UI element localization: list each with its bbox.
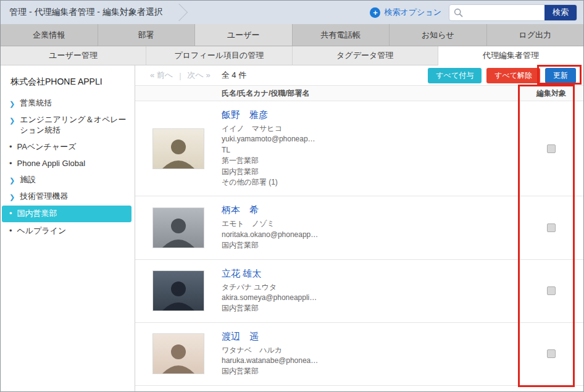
search-box: 検索 <box>449 4 577 21</box>
grant-all-button[interactable]: すべて付与 <box>428 68 482 83</box>
total-count: 全 4 件 <box>222 70 246 81</box>
sidebar-item-sales-division[interactable]: ❯ 営業統括 <box>1 95 135 112</box>
sidebar-item-facilities[interactable]: ❯ 施設 <box>1 172 135 188</box>
edit-target-checkbox[interactable] <box>547 223 556 232</box>
user-email: akira.someya@phoneappli… <box>222 293 519 303</box>
bullet-icon: • <box>9 209 12 219</box>
table-row: 飯野 雅彦 イイノ マサヒコ yuki.yamamoto@phoneap… TL… <box>135 101 583 196</box>
plus-icon: + <box>370 7 380 18</box>
department-sidebar: 株式会社PHONE APPLI ❯ 営業統括 ❯ エンジニアリング＆オペレーショ… <box>1 65 135 391</box>
sidebar-item-pa-ventures[interactable]: • PAベンチャーズ <box>1 139 135 156</box>
user-department: 国内営業部 <box>222 366 519 377</box>
bullet-icon: • <box>9 159 12 169</box>
toolbar: « 前へ | 次へ » 全 4 件 すべて付与 すべて解除 更新 <box>135 65 583 85</box>
chevron-right-icon: ❯ <box>9 116 15 125</box>
user-kana: タチバナ ユウタ <box>222 282 519 293</box>
edit-target-checkbox[interactable] <box>547 144 556 153</box>
sidebar-item-label: 施設 <box>20 175 36 185</box>
person-silhouette-icon <box>157 340 200 373</box>
search-options-label: 検索オプション <box>384 7 441 18</box>
sidebar-item-label: PAベンチャーズ <box>17 142 77 152</box>
user-kana: エモト ノゾミ <box>222 219 519 229</box>
sidebar-item-label: エンジニアリング＆オペレーション統括 <box>20 115 128 136</box>
sidebar-item-label: ヘルプライン <box>17 226 67 236</box>
search-options-link[interactable]: + 検索オプション <box>370 7 441 18</box>
bullet-icon: • <box>9 226 12 236</box>
user-name-link[interactable]: 飯野 雅彦 <box>222 109 268 121</box>
user-department: その他の部署 (1) <box>222 177 519 188</box>
revoke-all-button[interactable]: すべて解除 <box>486 68 540 83</box>
search-area: + 検索オプション 検索 <box>370 4 577 21</box>
sidebar-item-engineering-division[interactable]: ❯ エンジニアリング＆オペレーション統括 <box>1 112 135 139</box>
user-department: 国内営業部 <box>222 240 519 251</box>
update-button[interactable]: 更新 <box>545 68 576 83</box>
sidebar-item-tech-equipment[interactable]: ❯ 技術管理機器 <box>1 188 135 205</box>
search-input[interactable] <box>463 8 544 17</box>
user-email: yuki.yamamoto@phoneap… <box>222 134 519 144</box>
user-name-link[interactable]: 立花 雄太 <box>222 268 261 280</box>
tab-shared-phonebook[interactable]: 共有電話帳 <box>293 24 390 46</box>
main-tab-bar: 企業情報 部署 ユーザー 共有電話帳 お知らせ ログ出力 <box>1 24 583 46</box>
breadcrumb: 管理 - 代理編集者管理 - 編集対象者選択 <box>1 1 185 24</box>
edit-target-checkbox[interactable] <box>547 349 556 358</box>
person-silhouette-icon <box>157 135 200 169</box>
edit-target-checkbox[interactable] <box>547 286 556 295</box>
breadcrumb-arrow-icon <box>170 4 188 21</box>
subtab-user-management[interactable]: ユーザー管理 <box>1 46 146 65</box>
admin-page: 管理 - 代理編集者管理 - 編集対象者選択 + 検索オプション 検索 企業情報… <box>0 0 584 392</box>
user-name-link[interactable]: 柄本 希 <box>222 204 259 216</box>
user-photo <box>152 333 204 374</box>
user-name-link[interactable]: 渡辺 遥 <box>222 331 259 343</box>
prev-page-link[interactable]: « 前へ <box>150 70 173 81</box>
body-area: 株式会社PHONE APPLI ❯ 営業統括 ❯ エンジニアリング＆オペレーショ… <box>1 65 583 391</box>
sidebar-item-label: 技術管理機器 <box>20 191 68 202</box>
user-kana: ワタナベ ハルカ <box>222 345 519 356</box>
chevron-right-icon: ❯ <box>9 193 15 201</box>
table-row: 渡辺 遥 ワタナベ ハルカ haruka.watanabe@phonea… 国内… <box>135 323 583 386</box>
tab-department[interactable]: 部署 <box>98 24 196 46</box>
sidebar-item-helpline[interactable]: • ヘルプライン <box>1 223 135 240</box>
main-content: « 前へ | 次へ » 全 4 件 すべて付与 すべて解除 更新 氏名/氏名カナ… <box>135 65 583 391</box>
sidebar-item-label: 営業統括 <box>20 98 52 109</box>
table-row: 柄本 希 エモト ノゾミ noritaka.okano@phoneapp… 国内… <box>135 196 583 259</box>
person-silhouette-icon <box>157 277 200 311</box>
bullet-icon: • <box>9 142 12 152</box>
tab-log-export[interactable]: ログ出力 <box>487 24 584 46</box>
subtab-proxy-editor[interactable]: 代理編集者管理 <box>438 46 583 65</box>
person-silhouette-icon <box>157 214 200 248</box>
subtab-profile-items[interactable]: プロフィール項目の管理 <box>146 46 292 65</box>
top-bar: 管理 - 代理編集者管理 - 編集対象者選択 + 検索オプション 検索 <box>1 1 583 24</box>
chevron-right-icon: ❯ <box>9 176 15 185</box>
search-button[interactable]: 検索 <box>544 4 577 21</box>
user-department: 第一営業部 <box>222 156 519 166</box>
sidebar-item-phone-appli-global[interactable]: • Phone Appli Global <box>1 156 135 172</box>
pagination-separator: | <box>179 71 181 80</box>
tab-user[interactable]: ユーザー <box>195 24 293 46</box>
tab-company-info[interactable]: 企業情報 <box>1 24 98 46</box>
edit-target-column-header: 編集対象 <box>519 88 583 99</box>
user-department: 国内営業部 <box>222 303 519 314</box>
search-icon <box>454 8 463 17</box>
table-header-row: 氏名/氏名カナ/役職/部署名 編集対象 <box>135 85 583 101</box>
user-kana: イイノ マサヒコ <box>222 123 519 134</box>
company-name: 株式会社PHONE APPLI <box>1 74 135 95</box>
breadcrumb-text: 管理 - 代理編集者管理 - 編集対象者選択 <box>9 7 163 18</box>
user-photo <box>152 207 204 248</box>
user-photo <box>152 128 204 169</box>
toolbar-buttons: すべて付与 すべて解除 更新 <box>428 68 576 83</box>
chevron-right-icon: ❯ <box>9 99 15 108</box>
user-email: noritaka.okano@phoneapp… <box>222 230 519 240</box>
user-email: haruka.watanabe@phonea… <box>222 356 519 366</box>
sub-tab-bar: ユーザー管理 プロフィール項目の管理 タグデータ管理 代理編集者管理 <box>1 46 583 65</box>
sidebar-item-label: Phone Appli Global <box>17 159 86 169</box>
subtab-tag-data[interactable]: タグデータ管理 <box>293 46 438 65</box>
user-department: 国内営業部 <box>222 167 519 177</box>
next-page-link[interactable]: 次へ » <box>188 70 211 81</box>
user-title: TL <box>222 145 519 156</box>
user-table: 氏名/氏名カナ/役職/部署名 編集対象 飯野 雅彦 イイノ マサヒコ yuki.… <box>135 85 583 391</box>
table-row: 立花 雄太 タチバナ ユウタ akira.someya@phoneappli… … <box>135 260 583 323</box>
user-photo <box>152 270 204 311</box>
sidebar-item-label: 国内営業部 <box>17 209 57 219</box>
sidebar-item-domestic-sales[interactable]: • 国内営業部 <box>2 206 131 222</box>
tab-notices[interactable]: お知らせ <box>390 24 487 46</box>
